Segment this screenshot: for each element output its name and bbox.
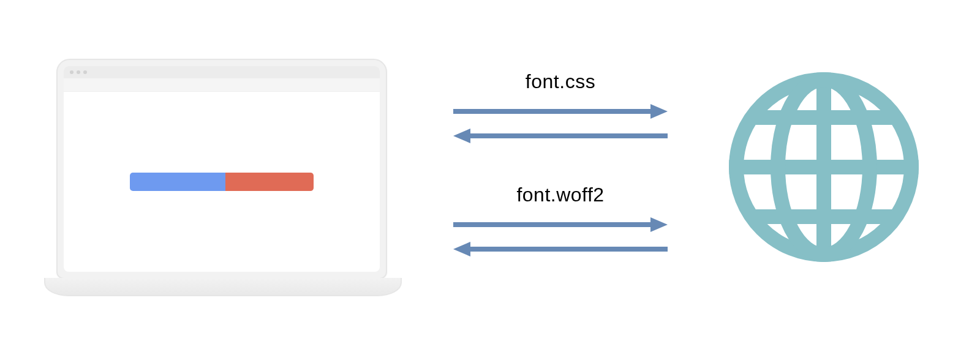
progress-bar [130,173,314,191]
arrow-left-icon [453,129,668,147]
browser-urlbar [64,78,380,92]
arrow-right-icon [453,217,668,236]
request-exchange-css: font.css [453,70,668,153]
svg-rect-13 [752,110,895,125]
svg-rect-11 [729,160,919,174]
arrow-right-icon [453,104,668,122]
window-dot-icon [70,70,74,74]
svg-marker-3 [453,129,470,143]
svg-rect-14 [752,209,895,224]
laptop-frame [56,59,387,279]
globe-icon [729,72,919,262]
arrow-left-icon [453,242,668,260]
progress-segment-blue [130,173,225,191]
browser-tabbar [64,66,380,78]
window-dot-icon [77,70,80,74]
browser-content [64,92,380,272]
browser-window [64,66,380,272]
progress-segment-red [225,173,314,191]
request-exchange-font: font.woff2 [453,184,668,266]
svg-marker-1 [650,104,668,119]
laptop [44,59,399,304]
svg-marker-7 [453,242,470,256]
request-label: font.woff2 [453,184,668,206]
laptop-base [44,278,402,296]
request-label: font.css [453,70,668,93]
window-dot-icon [83,70,87,74]
svg-marker-5 [650,217,668,232]
